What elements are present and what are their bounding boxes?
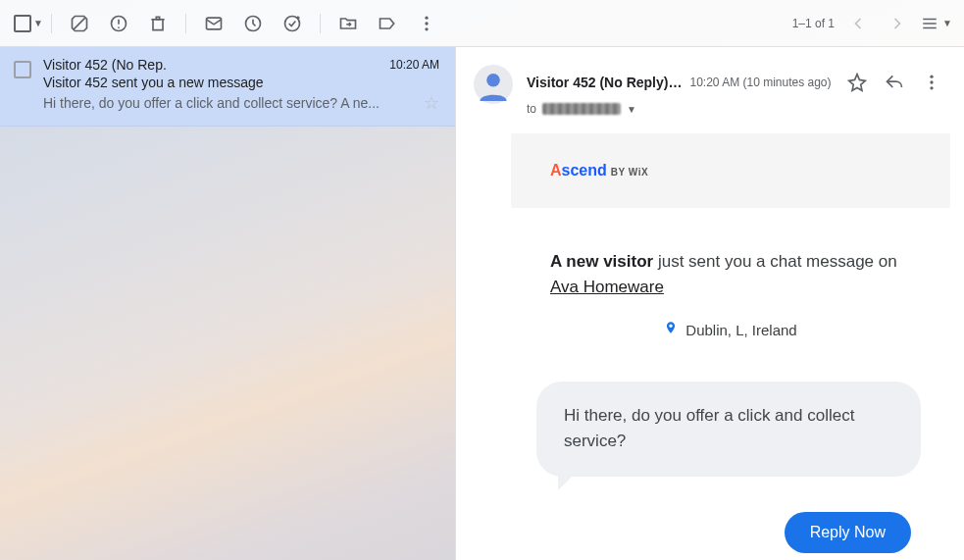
star-outline-icon [847, 73, 867, 92]
chevron-down-icon[interactable]: ▼ [33, 18, 43, 28]
star-button[interactable] [839, 65, 875, 100]
reply-arrow-icon [885, 73, 904, 92]
select-all-checkbox[interactable] [14, 15, 31, 32]
location-pin-icon [664, 319, 678, 340]
from-name: Visitor 452 (No Reply)… [527, 75, 682, 90]
folder-move-icon [338, 14, 358, 33]
svg-point-9 [425, 16, 428, 19]
separator [320, 14, 321, 33]
svg-point-18 [930, 86, 933, 89]
delete-button[interactable] [138, 4, 178, 43]
notice-strong: A new visitor [550, 252, 653, 271]
location-row: Dublin, L, Ireland [511, 319, 950, 340]
svg-line-0 [74, 18, 85, 29]
add-to-tasks-button[interactable] [273, 4, 312, 43]
notice-rest: just sent you a chat message on [653, 252, 897, 271]
mark-unread-button[interactable] [194, 4, 233, 43]
star-icon[interactable]: ☆ [424, 92, 439, 114]
item-subject: Visitor 452 sent you a new message [43, 75, 439, 90]
brand-header: AscendBY WiX [511, 133, 950, 208]
info-icon [109, 14, 128, 33]
message-list-pane: Visitor 452 (No Rep. 10:20 AM Visitor 45… [0, 47, 455, 560]
older-button[interactable] [878, 4, 917, 43]
message-list-item[interactable]: Visitor 452 (No Rep. 10:20 AM Visitor 45… [0, 47, 455, 127]
snooze-button[interactable] [233, 4, 273, 43]
chevron-right-icon [888, 14, 907, 33]
separator [185, 14, 186, 33]
more-button[interactable] [407, 4, 446, 43]
bubble-tail [558, 473, 576, 490]
recipient-redacted [542, 103, 621, 115]
svg-point-11 [425, 27, 428, 30]
report-spam-button[interactable] [60, 4, 99, 43]
select-all-combo[interactable]: ▼ [14, 15, 43, 32]
more-vert-icon [922, 73, 941, 92]
newer-button[interactable] [838, 4, 878, 43]
chevron-down-icon[interactable]: ▼ [942, 18, 952, 28]
details-chevron-icon[interactable]: ▼ [627, 104, 636, 115]
density-icon [921, 15, 939, 32]
envelope-icon [204, 14, 224, 33]
item-time: 10:20 AM [389, 58, 439, 72]
to-label: to [527, 102, 536, 116]
toolbar: ▼ 1–1 of 1 ▼ [0, 0, 964, 47]
svg-point-10 [425, 22, 428, 25]
labels-button[interactable] [368, 4, 407, 43]
sender-name: Visitor 452 (No Rep. [43, 57, 389, 73]
ascend-logo: AscendBY WiX [550, 162, 648, 179]
report-spam-icon [70, 14, 89, 33]
svg-point-16 [930, 76, 933, 78]
more-vert-icon [417, 14, 436, 33]
separator [51, 14, 52, 33]
chevron-left-icon [848, 14, 868, 33]
move-to-button[interactable] [329, 4, 368, 43]
task-add-icon [282, 14, 302, 33]
svg-point-17 [930, 80, 933, 83]
item-snippet: Hi there, do you offer a click and colle… [43, 95, 418, 111]
svg-point-15 [486, 74, 500, 87]
reading-pane: Visitor 452 (No Reply)… 10:20 AM (10 min… [455, 47, 964, 560]
chat-bubble: Hi there, do you offer a click and colle… [536, 382, 921, 477]
page-count[interactable]: 1–1 of 1 [792, 17, 835, 30]
location-text: Dublin, L, Ireland [685, 322, 796, 338]
label-icon [378, 14, 397, 33]
avatar[interactable] [474, 65, 513, 104]
chat-message-text: Hi there, do you offer a click and colle… [536, 382, 921, 477]
reply-now-button[interactable]: Reply Now [785, 512, 911, 553]
item-checkbox[interactable] [14, 61, 31, 78]
reply-button[interactable] [877, 65, 912, 100]
main-area: Visitor 452 (No Rep. 10:20 AM Visitor 45… [0, 47, 964, 560]
svg-point-3 [118, 26, 120, 28]
avatar-icon [477, 68, 510, 101]
email-body: AscendBY WiX A new visitor just sent you… [456, 116, 964, 553]
received-timestamp: 10:20 AM (10 minutes ago) [689, 76, 831, 89]
info-button[interactable] [99, 4, 138, 43]
split-pane-toggle[interactable]: ▼ [917, 4, 956, 43]
trash-icon [148, 14, 168, 33]
message-header: Visitor 452 (No Reply)… 10:20 AM (10 min… [456, 47, 964, 116]
message-more-button[interactable] [914, 65, 949, 100]
notice-text: A new visitor just sent you a chat messa… [550, 249, 921, 299]
site-link[interactable]: Ava Homeware [550, 278, 664, 296]
clock-icon [243, 14, 263, 33]
to-line[interactable]: to ▼ [527, 102, 950, 116]
